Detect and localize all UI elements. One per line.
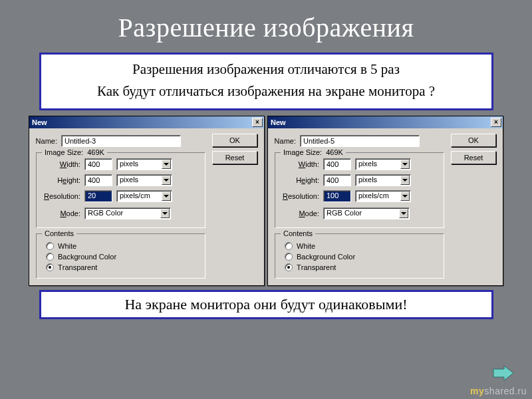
chevron-down-icon xyxy=(162,192,171,201)
contents-legend: Contents xyxy=(281,229,315,237)
contents-legend: Contents xyxy=(42,229,76,237)
chevron-down-icon xyxy=(400,160,410,169)
chevron-down-icon xyxy=(400,192,410,201)
name-label: Name: xyxy=(35,137,61,145)
dialogs-row: New × OK Reset Name: Image Size: 469K Wi… xyxy=(0,116,532,286)
height-units-combo[interactable]: pixels xyxy=(355,174,411,186)
dialog-title: New xyxy=(32,118,47,126)
radio-icon xyxy=(46,253,54,261)
new-dialog-right: New × OK Reset Name: Image Size: 469K Wi… xyxy=(267,116,503,286)
radio-transparent[interactable]: Transparent xyxy=(46,263,200,271)
radio-icon xyxy=(46,263,54,271)
svg-marker-0 xyxy=(493,366,513,380)
radio-icon xyxy=(285,242,293,250)
question-line-2: Как будут отличаться изображения на экра… xyxy=(47,80,486,102)
height-units-combo[interactable]: pixels xyxy=(116,174,172,186)
width-units-combo[interactable]: pixels xyxy=(116,158,172,170)
name-input[interactable] xyxy=(61,135,181,147)
resolution-units-combo[interactable]: pixels/cm xyxy=(355,190,411,202)
resolution-input[interactable]: 20 xyxy=(84,190,112,202)
next-slide-button[interactable] xyxy=(492,364,515,382)
radio-background[interactable]: Background Color xyxy=(46,253,200,261)
mode-label: Mode: xyxy=(42,209,84,217)
answer-banner: На экране монитора они будут одинаковыми… xyxy=(39,290,493,319)
height-input[interactable] xyxy=(84,174,112,186)
resolution-input[interactable]: 100 xyxy=(323,190,351,202)
chevron-down-icon xyxy=(162,160,171,169)
resolution-label: Resolution: xyxy=(42,192,84,200)
height-input[interactable] xyxy=(323,174,351,186)
width-input[interactable] xyxy=(84,158,112,170)
watermark: myshared.ru xyxy=(470,386,527,396)
resolution-units-combo[interactable]: pixels/cm xyxy=(116,190,172,202)
reset-button[interactable]: Reset xyxy=(212,151,257,164)
radio-background[interactable]: Background Color xyxy=(285,253,438,261)
titlebar[interactable]: New × xyxy=(29,116,264,128)
close-button[interactable]: × xyxy=(252,118,263,127)
name-input[interactable] xyxy=(300,135,420,147)
question-banner: Разрешения изображения отличаются в 5 ра… xyxy=(39,53,493,110)
radio-icon xyxy=(46,242,54,250)
mode-label: Mode: xyxy=(281,209,323,217)
titlebar[interactable]: New × xyxy=(268,116,503,128)
image-size-fieldset: Image Size: 469K Width: pixels Height: p… xyxy=(275,152,444,228)
close-button[interactable]: × xyxy=(491,118,501,127)
question-line-1: Разрешения изображения отличаются в 5 ра… xyxy=(47,59,486,80)
mode-combo[interactable]: RGB Color xyxy=(84,207,171,219)
radio-transparent[interactable]: Transparent xyxy=(285,263,438,271)
chevron-down-icon xyxy=(399,209,408,218)
image-size-legend: Image Size: 469K xyxy=(42,148,107,156)
contents-fieldset: Contents White Background Color Transpar… xyxy=(36,233,205,279)
contents-fieldset: Contents White Background Color Transpar… xyxy=(275,233,444,279)
name-label: Name: xyxy=(273,137,300,145)
ok-button[interactable]: OK xyxy=(212,134,257,147)
image-size-fieldset: Image Size: 469K Width: pixels Height: p… xyxy=(36,152,205,228)
height-label: Height: xyxy=(281,176,323,184)
width-units-combo[interactable]: pixels xyxy=(355,158,411,170)
width-label: Width: xyxy=(281,160,323,168)
radio-white[interactable]: White xyxy=(46,242,200,250)
image-size-legend: Image Size: 469K xyxy=(281,148,346,156)
width-input[interactable] xyxy=(323,158,351,170)
radio-icon xyxy=(285,263,293,271)
height-label: Height: xyxy=(42,176,84,184)
dialog-title: New xyxy=(271,118,286,126)
mode-combo[interactable]: RGB Color xyxy=(323,207,410,219)
ok-button[interactable]: OK xyxy=(451,134,496,147)
radio-icon xyxy=(285,253,293,261)
radio-white[interactable]: White xyxy=(285,242,438,250)
slide-title: Разрешение изображения xyxy=(0,12,532,43)
reset-button[interactable]: Reset xyxy=(451,151,496,164)
width-label: Width: xyxy=(42,160,84,168)
new-dialog-left: New × OK Reset Name: Image Size: 469K Wi… xyxy=(29,116,265,286)
resolution-label: Resolution: xyxy=(281,192,323,200)
chevron-down-icon xyxy=(160,209,170,218)
chevron-down-icon xyxy=(162,176,171,185)
chevron-down-icon xyxy=(400,176,410,185)
